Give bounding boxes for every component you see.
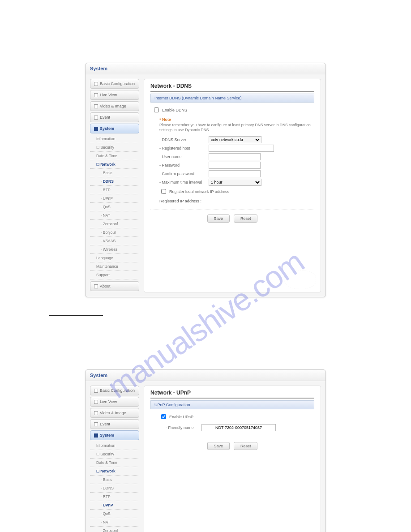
sidebar-item-date-time[interactable]: Date & Time	[90, 152, 139, 160]
nav-event[interactable]: Event	[90, 419, 139, 429]
nav-system[interactable]: System	[90, 124, 139, 133]
square-filled-icon	[94, 433, 98, 438]
sidebar-item-date-time[interactable]: Date & Time	[90, 459, 139, 467]
square-icon	[94, 116, 98, 120]
square-icon	[94, 93, 98, 97]
nav-about[interactable]: About	[90, 281, 139, 291]
decorative-logo	[284, 270, 316, 289]
confirm-password-label: - Confirm password	[159, 172, 209, 176]
nav-live-view[interactable]: Live View	[90, 90, 139, 100]
confirm-password-input[interactable]	[209, 170, 261, 177]
sidebar-item-zeroconf[interactable]: Zeroconf	[90, 220, 139, 228]
sidebar-item-rtp[interactable]: RTP	[90, 493, 139, 501]
registered-host-input[interactable]	[209, 145, 274, 152]
sidebar-item-qos[interactable]: QoS	[90, 203, 139, 211]
enable-ddns-row: Enable DDNS	[152, 106, 314, 114]
save-button[interactable]: Save	[207, 442, 230, 450]
ddns-config-panel: System Basic Configuration Live View Vid…	[85, 63, 326, 297]
nav-system[interactable]: System	[90, 430, 139, 440]
save-button[interactable]: Save	[207, 215, 230, 223]
sidebar-item-rtp[interactable]: RTP	[90, 186, 139, 194]
button-row: Save Reset	[150, 438, 314, 450]
sidebar-nav: Basic Configuration Live View Video & Im…	[90, 386, 139, 532]
sidebar-item-information[interactable]: Information	[90, 442, 139, 450]
sidebar-item-network[interactable]: Network	[90, 160, 139, 169]
max-interval-select[interactable]: 1 hour	[209, 179, 261, 186]
reset-button[interactable]: Reset	[234, 215, 258, 223]
upnp-config-panel: System Basic Configuration Live View Vid…	[85, 369, 326, 532]
square-icon	[94, 411, 98, 415]
ddns-server-label: - DDNS Server	[159, 137, 209, 142]
sidebar-item-information[interactable]: Information	[90, 135, 139, 143]
user-name-label: - User name	[159, 154, 209, 159]
nav-basic-configuration[interactable]: Basic Configuration	[90, 386, 139, 395]
panel-body: Basic Configuration Live View Video & Im…	[86, 381, 325, 532]
section-header: Internet DDNS (Dynamic Domain Name Servi…	[150, 94, 314, 103]
panel-header: System	[86, 370, 325, 381]
square-icon	[94, 82, 98, 86]
max-interval-label: - Maximum time interval	[159, 180, 209, 184]
sidebar-item-zeroconf[interactable]: Zeroconf	[90, 527, 139, 532]
nav-live-view[interactable]: Live View	[90, 397, 139, 407]
ddns-server-select[interactable]: cctv-network.co.kr	[209, 136, 261, 143]
content-title: Network - UPnP	[150, 390, 314, 399]
document-page: manualshive.com System Basic Configurati…	[0, 0, 411, 532]
user-name-input[interactable]	[209, 153, 261, 160]
enable-upnp-checkbox[interactable]	[161, 414, 166, 419]
panel-header: System	[86, 63, 325, 74]
sidebar-item-basic[interactable]: Basic	[90, 169, 139, 177]
button-row: Save Reset	[150, 210, 314, 223]
square-icon	[94, 284, 98, 288]
sidebar-item-bonjour[interactable]: Bonjour	[90, 228, 139, 237]
note-text: Please remember you have to configure at…	[159, 123, 314, 133]
square-icon	[94, 422, 98, 426]
sidebar-item-ddns[interactable]: DDNS	[90, 177, 139, 186]
square-icon	[94, 104, 98, 108]
square-filled-icon	[94, 127, 98, 131]
note-title: * Note	[159, 117, 314, 122]
section-header: UPnP Configuration	[150, 400, 314, 409]
upnp-content: Network - UPnP UPnP Configuration Enable…	[144, 386, 321, 532]
enable-ddns-checkbox[interactable]	[154, 107, 159, 112]
password-label: - Password	[159, 163, 209, 167]
sidebar-item-nat[interactable]: NAT	[90, 211, 139, 220]
upnp-fields: Enable UPnP - Friendly name	[159, 413, 314, 431]
nav-video-image[interactable]: Video & Image	[90, 408, 139, 418]
registered-host-label: - Registered host	[159, 146, 209, 150]
content-title: Network - DDNS	[150, 83, 314, 92]
sidebar-item-maintenance[interactable]: Maintenance	[90, 262, 139, 271]
ddns-fields: - DDNS Server cctv-network.co.kr - Regis…	[159, 136, 314, 203]
sidebar-nav: Basic Configuration Live View Video & Im…	[90, 79, 139, 292]
sidebar-item-basic[interactable]: Basic	[90, 476, 139, 484]
panel-body: Basic Configuration Live View Video & Im…	[86, 74, 325, 297]
square-icon	[94, 400, 98, 404]
square-icon	[94, 389, 98, 393]
sidebar-item-upnp[interactable]: UPnP	[90, 194, 139, 203]
enable-upnp-label: Enable UPnP	[169, 415, 193, 419]
nav-basic-configuration[interactable]: Basic Configuration	[90, 79, 139, 89]
sidebar-item-language[interactable]: Language	[90, 254, 139, 262]
sidebar-item-security[interactable]: Security	[90, 143, 139, 152]
nav-event[interactable]: Event	[90, 112, 139, 122]
enable-ddns-label: Enable DDNS	[162, 108, 187, 112]
friendly-name-input[interactable]	[201, 424, 276, 431]
sidebar-item-qos[interactable]: QoS	[90, 510, 139, 518]
sidebar-item-ddns[interactable]: DDNS	[90, 484, 139, 493]
nav-video-image[interactable]: Video & Image	[90, 101, 139, 111]
sidebar-item-nat[interactable]: NAT	[90, 518, 139, 527]
password-input[interactable]	[209, 162, 261, 169]
sidebar-item-wireless[interactable]: Wireless	[90, 245, 139, 254]
divider-line	[49, 315, 103, 316]
register-local-label: Register local network IP address	[169, 189, 229, 194]
sidebar-item-network[interactable]: Network	[90, 467, 139, 476]
reset-button[interactable]: Reset	[234, 442, 258, 450]
registered-ip-label: Registered IP address :	[159, 199, 201, 203]
sidebar-item-upnp[interactable]: UPnP	[90, 501, 139, 510]
sidebar-item-support[interactable]: Support	[90, 271, 139, 279]
sidebar-item-vsaas[interactable]: VSAAS	[90, 237, 139, 245]
ddns-content: Network - DDNS Internet DDNS (Dynamic Do…	[144, 79, 321, 292]
sidebar-item-security[interactable]: Security	[90, 450, 139, 459]
register-local-checkbox[interactable]	[161, 189, 166, 194]
friendly-name-label: - Friendly name	[166, 425, 201, 430]
